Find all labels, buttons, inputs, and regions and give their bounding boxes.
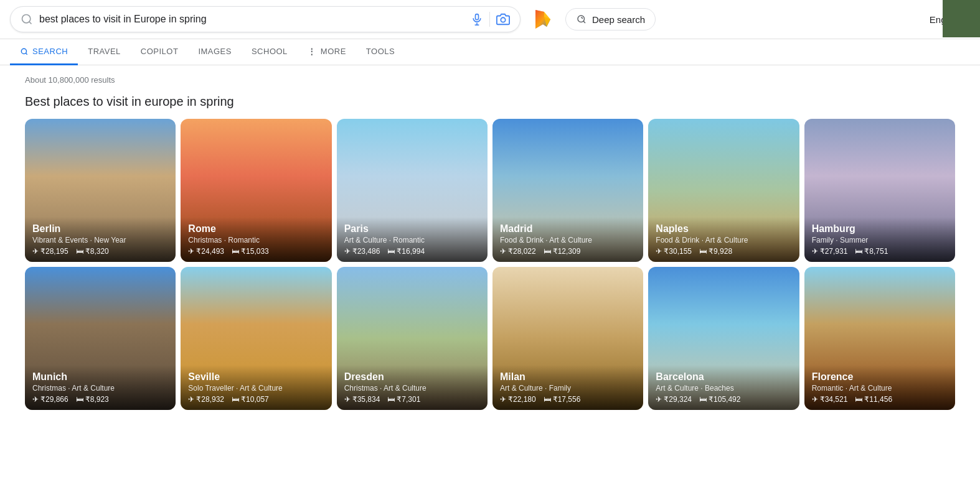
hotel-price: 🛏 ₹17,556 <box>544 395 581 404</box>
card-city: Munich <box>32 371 168 383</box>
flight-icon: ✈ <box>188 247 194 256</box>
card-overlay: Rome Christmas · Romantic ✈ ₹24,493 🛏 ₹1… <box>181 217 331 262</box>
flight-price: ✈ ₹35,834 <box>344 395 380 404</box>
flight-price: ✈ ₹29,866 <box>32 395 68 404</box>
hotel-price: 🛏 ₹9,928 <box>699 247 732 256</box>
deep-search-button[interactable]: Deep search <box>565 8 656 30</box>
tab-copilot-label: COPILOT <box>141 47 179 56</box>
destination-card[interactable]: Paris Art & Culture · Romantic ✈ ₹23,486… <box>337 119 488 262</box>
card-city: Naples <box>656 223 791 235</box>
tab-school[interactable]: SCHOOL <box>242 39 298 65</box>
hotel-price: 🛏 ₹8,751 <box>855 247 888 256</box>
hotel-icon: 🛏 <box>855 247 862 256</box>
destination-card[interactable]: Rome Christmas · Romantic ✈ ₹24,493 🛏 ₹1… <box>181 119 331 262</box>
tab-tools-label: TOOLS <box>366 47 395 56</box>
svg-point-0 <box>22 15 31 23</box>
top-right-decoration <box>943 0 980 37</box>
card-overlay: Milan Art & Culture · Family ✈ ₹22,180 🛏… <box>492 365 643 410</box>
card-tags: Family · Summer <box>812 236 948 244</box>
cards-row-2: Munich Christmas · Art & Culture ✈ ₹29,8… <box>25 267 955 410</box>
destination-card[interactable]: Naples Food & Drink · Art & Culture ✈ ₹3… <box>648 119 799 262</box>
deep-search-label: Deep search <box>592 14 645 25</box>
svg-rect-2 <box>476 14 479 20</box>
flight-price: ✈ ₹28,932 <box>188 395 224 404</box>
card-tags: Christmas · Romantic <box>188 236 324 244</box>
hotel-icon: 🛏 <box>544 395 551 404</box>
card-overlay: Paris Art & Culture · Romantic ✈ ₹23,486… <box>337 217 488 262</box>
card-prices: ✈ ₹23,486 🛏 ₹16,994 <box>344 247 480 256</box>
hotel-price: 🛏 ₹105,492 <box>699 395 740 404</box>
card-overlay: Seville Solo Traveller · Art & Culture ✈… <box>181 365 331 410</box>
hotel-price: 🛏 ₹7,301 <box>387 395 420 404</box>
hotel-icon: 🛏 <box>232 247 239 256</box>
tab-travel[interactable]: TRAVEL <box>78 39 131 65</box>
hotel-icon: 🛏 <box>387 247 395 256</box>
destination-card[interactable]: Berlin Vibrant & Events · New Year ✈ ₹28… <box>25 119 176 262</box>
tab-school-label: SCHOOL <box>252 47 288 56</box>
destination-card[interactable]: Florence Romantic · Art & Culture ✈ ₹34,… <box>804 267 955 410</box>
mic-icon[interactable] <box>471 13 483 26</box>
tab-search-label: SEARCH <box>32 47 68 56</box>
hotel-icon: 🛏 <box>387 395 395 404</box>
bing-logo <box>530 7 555 32</box>
header: best places to visit in Europe in spring <box>0 0 980 39</box>
flight-icon: ✈ <box>656 395 662 404</box>
flight-icon: ✈ <box>32 395 39 404</box>
search-separator <box>489 12 490 27</box>
flight-icon: ✈ <box>188 395 194 404</box>
flight-price: ✈ ₹30,155 <box>656 247 692 256</box>
search-icon <box>21 13 33 26</box>
card-prices: ✈ ₹27,931 🛏 ₹8,751 <box>812 247 948 256</box>
hotel-price: 🛏 ₹8,320 <box>76 247 109 256</box>
destination-card[interactable]: Madrid Food & Drink · Art & Culture ✈ ₹2… <box>492 119 643 262</box>
hotel-price: 🛏 ₹10,057 <box>232 395 269 404</box>
flight-price: ✈ ₹28,022 <box>500 247 536 256</box>
hotel-price: 🛏 ₹16,994 <box>387 247 425 256</box>
search-bar[interactable]: best places to visit in Europe in spring <box>10 6 521 32</box>
search-input[interactable]: best places to visit in Europe in spring <box>39 14 464 25</box>
hotel-icon: 🛏 <box>76 395 83 404</box>
flight-price: ✈ ₹22,180 <box>500 395 536 404</box>
destination-card[interactable]: Milan Art & Culture · Family ✈ ₹22,180 🛏… <box>492 267 643 410</box>
card-city: Florence <box>812 371 948 383</box>
destination-card[interactable]: Hamburg Family · Summer ✈ ₹27,931 🛏 ₹8,7… <box>804 119 955 262</box>
card-city: Milan <box>500 371 636 383</box>
card-tags: Food & Drink · Art & Culture <box>500 236 636 244</box>
svg-line-1 <box>29 22 32 24</box>
flight-icon: ✈ <box>500 395 506 404</box>
tab-images-label: IMAGES <box>198 47 232 56</box>
card-prices: ✈ ₹29,324 🛏 ₹105,492 <box>656 395 791 404</box>
svg-line-7 <box>583 21 585 23</box>
card-tags: Christmas · Art & Culture <box>344 384 480 393</box>
card-prices: ✈ ₹34,521 🛏 ₹11,456 <box>812 395 948 404</box>
destination-card[interactable]: Munich Christmas · Art & Culture ✈ ₹29,8… <box>25 267 176 410</box>
card-overlay: Munich Christmas · Art & Culture ✈ ₹29,8… <box>25 365 176 410</box>
destination-card[interactable]: Seville Solo Traveller · Art & Culture ✈… <box>181 267 331 410</box>
card-tags: Christmas · Art & Culture <box>32 384 168 393</box>
flight-icon: ✈ <box>812 247 818 256</box>
flight-icon: ✈ <box>32 247 39 256</box>
hotel-price: 🛏 ₹15,033 <box>232 247 269 256</box>
flight-icon: ✈ <box>344 247 351 256</box>
card-city: Barcelona <box>656 371 791 383</box>
tab-travel-label: TRAVEL <box>88 47 121 56</box>
card-prices: ✈ ₹28,195 🛏 ₹8,320 <box>32 247 168 256</box>
tab-search[interactable]: SEARCH <box>10 39 78 65</box>
hotel-icon: 🛏 <box>544 247 551 256</box>
tab-images[interactable]: IMAGES <box>188 39 242 65</box>
cards-row-1: Berlin Vibrant & Events · New Year ✈ ₹28… <box>25 119 955 262</box>
destination-card[interactable]: Dresden Christmas · Art & Culture ✈ ₹35,… <box>337 267 488 410</box>
destination-card[interactable]: Barcelona Art & Culture · Beaches ✈ ₹29,… <box>648 267 799 410</box>
svg-line-9 <box>26 53 27 55</box>
hotel-price: 🛏 ₹12,309 <box>544 247 581 256</box>
card-city: Seville <box>188 371 324 383</box>
camera-icon[interactable] <box>496 12 510 26</box>
flight-icon: ✈ <box>656 247 662 256</box>
hotel-price: 🛏 ₹11,456 <box>855 395 892 404</box>
tab-more-label: MORE <box>321 47 346 56</box>
svg-point-5 <box>501 17 505 22</box>
tab-more[interactable]: ⋮ MORE <box>298 39 356 65</box>
card-tags: Food & Drink · Art & Culture <box>656 236 791 244</box>
tab-tools[interactable]: TOOLS <box>356 39 405 65</box>
tab-copilot[interactable]: COPILOT <box>131 39 189 65</box>
